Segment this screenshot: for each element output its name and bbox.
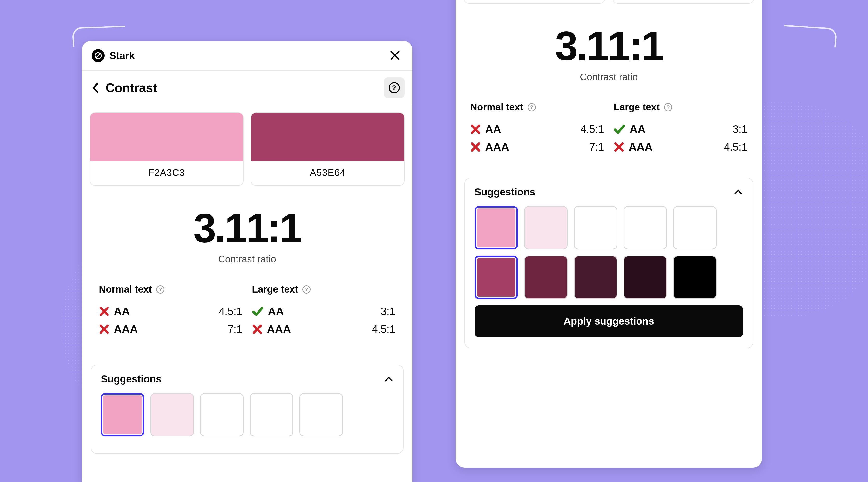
info-icon[interactable]: ? xyxy=(664,103,672,111)
normal-label: Normal text xyxy=(99,284,152,295)
level-label: AAA xyxy=(114,323,138,336)
large-label: Large text xyxy=(252,284,298,295)
suggestion-row-foreground xyxy=(101,393,394,437)
normal-text-column: Normal text ? AA 4.5:1 AAA xyxy=(470,102,604,156)
normal-text-column: Normal text ? AA 4.5:1 AAA 7:1 xyxy=(99,284,242,338)
ratio-label: Contrast ratio xyxy=(456,72,762,83)
ratio-value: 3.11:1 xyxy=(82,207,412,249)
suggestion-swatch[interactable] xyxy=(250,393,293,437)
large-text-column: Large text ? AA 3:1 AAA xyxy=(614,102,747,156)
level-label: AAA xyxy=(485,140,509,154)
info-icon[interactable]: ? xyxy=(528,103,536,111)
suggestion-row-foreground xyxy=(474,206,743,250)
foreground-hex: F2A3C3 xyxy=(90,161,243,185)
large-aaa-row: AAA 4.5:1 xyxy=(252,320,396,338)
level-label: AA xyxy=(268,305,284,318)
back-button[interactable]: Contrast xyxy=(90,81,157,95)
normal-aa-row: AA 4.5:1 xyxy=(470,120,604,138)
fail-icon xyxy=(470,124,481,134)
fail-icon xyxy=(99,324,110,334)
fail-icon xyxy=(614,142,624,152)
level-label: AAA xyxy=(628,140,653,154)
large-aaa-row: AAA 4.5:1 xyxy=(614,138,747,156)
large-aa-row: AA 3:1 xyxy=(614,120,747,138)
suggestions-toggle[interactable]: Suggestions xyxy=(101,373,394,385)
foreground-color-chip xyxy=(90,113,243,161)
brand-name: Stark xyxy=(110,50,135,61)
level-label: AA xyxy=(485,123,501,136)
titlebar: Stark xyxy=(82,41,412,70)
chevron-left-icon xyxy=(90,82,102,94)
fail-icon xyxy=(470,142,481,152)
suggestion-swatch[interactable] xyxy=(474,256,518,299)
foreground-hex: F2A3C3 xyxy=(464,0,605,3)
close-button[interactable] xyxy=(389,50,401,62)
suggestion-swatch[interactable] xyxy=(623,206,667,250)
apply-suggestions-button[interactable]: Apply suggestions xyxy=(474,306,743,337)
required-ratio: 7:1 xyxy=(227,323,242,335)
help-button[interactable]: ? xyxy=(384,77,405,98)
required-ratio: 4.5:1 xyxy=(724,141,747,153)
background-swatch[interactable]: A53E64 xyxy=(251,112,405,186)
normal-aaa-row: AAA 7:1 xyxy=(99,320,242,338)
suggestion-swatch[interactable] xyxy=(673,256,717,299)
suggestions-label: Suggestions xyxy=(101,373,161,385)
large-aa-row: AA 3:1 xyxy=(252,302,396,320)
foreground-swatch[interactable]: F2A3C3 xyxy=(463,0,605,4)
suggestion-swatch[interactable] xyxy=(524,206,567,250)
compliance-grid: Normal text ? AA 4.5:1 AAA xyxy=(456,83,762,156)
nav-row: Contrast ? xyxy=(82,71,412,105)
required-ratio: 3:1 xyxy=(381,306,396,317)
page-title: Contrast xyxy=(105,81,157,95)
suggestion-swatch[interactable] xyxy=(574,256,617,299)
large-text-column: Large text ? AA 3:1 AAA 4.5:1 xyxy=(252,284,396,338)
ratio-value: 3.11:1 xyxy=(456,25,762,66)
fail-icon xyxy=(252,324,262,334)
chevron-up-icon xyxy=(734,187,743,197)
required-ratio: 4.5:1 xyxy=(580,123,604,135)
brand: Stark xyxy=(92,49,135,62)
background-swatch[interactable]: A53E64 xyxy=(613,0,754,4)
background-color-chip xyxy=(251,113,404,161)
suggestion-swatch[interactable] xyxy=(200,393,244,437)
info-icon[interactable]: ? xyxy=(156,285,164,293)
suggestions-label: Suggestions xyxy=(474,186,535,198)
suggestion-swatch[interactable] xyxy=(101,393,144,437)
color-swatches: F2A3C3 A53E64 xyxy=(82,105,412,186)
required-ratio: 4.5:1 xyxy=(372,323,396,335)
stark-logo-icon xyxy=(92,49,105,62)
large-label: Large text xyxy=(614,102,660,113)
foreground-swatch[interactable]: F2A3C3 xyxy=(90,112,244,186)
suggestions-card: Suggestions Apply suggestions xyxy=(464,178,753,348)
info-icon[interactable]: ? xyxy=(302,285,311,293)
required-ratio: 3:1 xyxy=(733,123,747,135)
normal-label: Normal text xyxy=(470,102,523,113)
level-label: AA xyxy=(629,123,646,136)
stark-contrast-panel-scrolled: F2A3C3 A53E64 3.11:1 Contrast ratio Norm… xyxy=(456,0,762,468)
required-ratio: 4.5:1 xyxy=(219,306,242,317)
suggestion-swatch[interactable] xyxy=(151,393,194,437)
suggestions-toggle[interactable]: Suggestions xyxy=(474,186,743,198)
pass-icon xyxy=(252,306,264,317)
background-hex: A53E64 xyxy=(251,161,404,185)
contrast-ratio: 3.11:1 Contrast ratio xyxy=(82,186,412,265)
level-label: AAA xyxy=(267,323,291,336)
chevron-up-icon xyxy=(384,374,394,384)
suggestion-swatch[interactable] xyxy=(524,256,567,299)
background-hex: A53E64 xyxy=(613,0,754,3)
suggestion-swatch[interactable] xyxy=(474,206,518,250)
suggestion-swatch[interactable] xyxy=(574,206,617,250)
suggestion-swatch[interactable] xyxy=(300,393,343,437)
svg-line-1 xyxy=(96,54,100,58)
fail-icon xyxy=(99,306,110,317)
question-icon: ? xyxy=(389,82,400,93)
suggestions-card: Suggestions xyxy=(91,365,404,454)
suggestion-swatch[interactable] xyxy=(623,256,667,299)
suggestion-swatch[interactable] xyxy=(673,206,717,250)
normal-aa-row: AA 4.5:1 xyxy=(99,302,242,320)
contrast-ratio: 3.11:1 Contrast ratio xyxy=(456,4,762,83)
stark-contrast-panel: Stark Contrast ? F2A3C3 A53E64 xyxy=(82,41,412,482)
required-ratio: 7:1 xyxy=(589,141,604,153)
ratio-label: Contrast ratio xyxy=(82,254,412,265)
compliance-grid: Normal text ? AA 4.5:1 AAA 7:1 xyxy=(82,265,412,338)
